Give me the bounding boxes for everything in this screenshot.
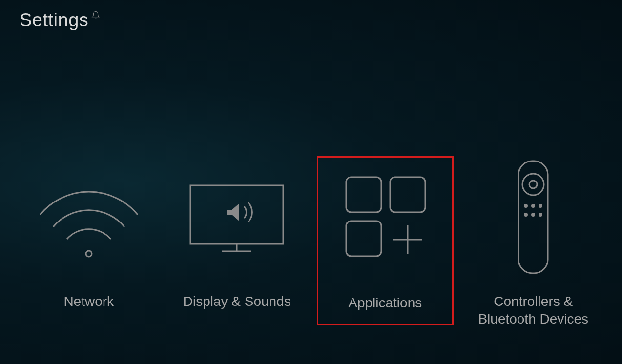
svg-point-17 xyxy=(539,213,542,217)
svg-point-13 xyxy=(531,204,535,208)
notification-bell-icon[interactable] xyxy=(91,11,100,21)
tile-display-sounds-label: Display & Sounds xyxy=(183,293,291,310)
svg-rect-4 xyxy=(346,177,381,212)
svg-point-10 xyxy=(522,174,544,195)
tile-applications-label: Applications xyxy=(348,294,422,312)
page-title: Settings xyxy=(20,10,88,31)
header: Settings xyxy=(20,10,100,31)
svg-point-12 xyxy=(524,204,528,208)
controllers-icon-wrapper xyxy=(509,156,558,278)
settings-tiles: Network Display & Sounds Ap xyxy=(0,156,622,328)
svg-point-14 xyxy=(539,204,542,208)
svg-rect-9 xyxy=(518,161,548,273)
svg-point-16 xyxy=(531,213,535,217)
tile-controllers-label: Controllers & Bluetooth Devices xyxy=(465,293,601,328)
network-icon-wrapper xyxy=(30,156,147,278)
tile-display-sounds[interactable]: Display & Sounds xyxy=(168,156,305,310)
svg-point-11 xyxy=(529,181,537,188)
tile-network-label: Network xyxy=(63,293,114,310)
svg-point-15 xyxy=(524,213,528,217)
display-sounds-icon-wrapper xyxy=(178,156,295,278)
remote-icon xyxy=(509,156,558,278)
wifi-icon xyxy=(30,168,147,266)
svg-rect-6 xyxy=(346,221,381,256)
svg-rect-5 xyxy=(390,177,425,212)
applications-icon-wrapper xyxy=(332,158,439,280)
tile-network[interactable]: Network xyxy=(21,156,157,310)
tv-speaker-icon xyxy=(178,173,295,261)
tile-controllers[interactable]: Controllers & Bluetooth Devices xyxy=(465,156,601,328)
tile-applications[interactable]: Applications xyxy=(317,156,454,325)
svg-point-0 xyxy=(86,251,92,257)
apps-grid-icon xyxy=(332,167,439,270)
